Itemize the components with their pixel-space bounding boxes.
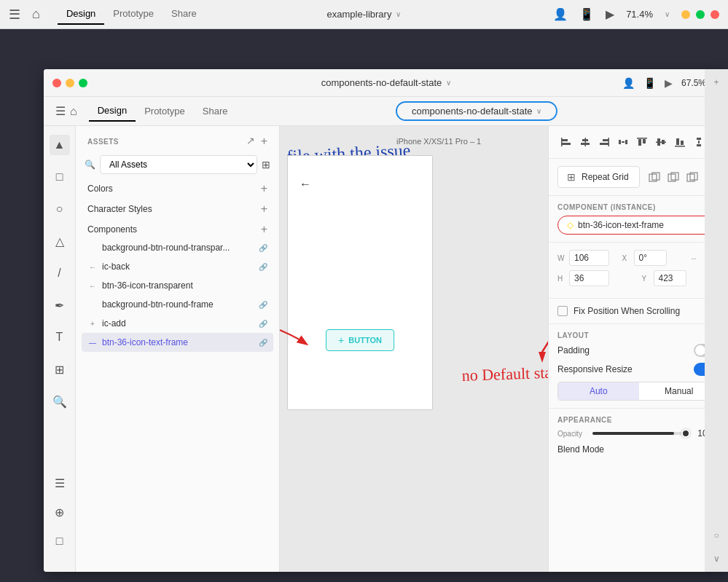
inner-user-icon[interactable]: 👤 <box>622 77 635 89</box>
fix-position-checkbox[interactable] <box>557 306 568 316</box>
inner-min-button[interactable] <box>66 79 74 87</box>
inner-zoom[interactable]: 67.5% <box>681 78 706 88</box>
edge-icon-2[interactable]: ○ <box>709 528 724 543</box>
main-canvas[interactable]: file with the issue iPhone X/XS/11 Pro –… <box>280 126 548 572</box>
comp-name-5: btn-36-icon-text-frame <box>102 337 188 347</box>
components-add-button[interactable]: + <box>261 224 267 235</box>
height-input[interactable] <box>569 270 609 286</box>
svg-rect-23 <box>697 138 701 140</box>
repeat-grid-row: ⊞ Repeat Grid <box>557 166 720 188</box>
comp-icon-4: + <box>87 318 98 329</box>
hamburger-icon[interactable]: ☰ <box>9 7 20 23</box>
instance-selector[interactable]: ◇ btn-36-icon-text-frame <box>557 216 720 235</box>
copy-btn-3[interactable] <box>684 168 701 186</box>
repeat-grid-button[interactable]: ⊞ Repeat Grid <box>557 166 640 188</box>
edge-icon-3[interactable]: ∨ <box>709 551 724 566</box>
grid-view-icon[interactable]: ⊞ <box>262 159 270 170</box>
select-tool[interactable]: ▲ <box>50 135 70 155</box>
copy-btn-2[interactable] <box>665 168 682 186</box>
char-styles-add-button[interactable]: + <box>261 203 267 215</box>
align-center-h-button[interactable] <box>576 133 594 151</box>
components-icon[interactable]: ⊕ <box>50 502 70 522</box>
tab-share-inner[interactable]: Share <box>194 101 237 121</box>
component-item-1[interactable]: ← ic-back 🔗 <box>82 257 273 276</box>
plugins-icon[interactable]: □ <box>50 531 70 551</box>
comp-icon-5: — <box>87 337 98 347</box>
project-chevron-outer[interactable]: ∨ <box>396 10 401 18</box>
play-icon-outer[interactable]: ▶ <box>606 7 614 21</box>
x-input[interactable] <box>634 250 667 266</box>
svg-marker-1 <box>539 352 546 363</box>
comp-link-4[interactable]: 🔗 <box>259 320 267 328</box>
inner-play-icon[interactable]: ▶ <box>665 77 673 89</box>
search-tool[interactable]: 🔍 <box>50 391 70 412</box>
distribute-h-button[interactable] <box>614 133 632 151</box>
close-button[interactable] <box>711 10 719 19</box>
component-item-4[interactable]: + ic-add 🔗 <box>82 314 273 333</box>
tab-share-outer[interactable]: Share <box>163 4 206 25</box>
comp-link-0[interactable]: 🔗 <box>259 244 267 252</box>
component-item-5[interactable]: — btn-36-icon-text-frame 🔗 <box>82 333 273 352</box>
inner-project-chevron[interactable]: ∨ <box>446 79 451 87</box>
comp-link-5[interactable]: 🔗 <box>259 339 267 347</box>
align-bottom-button[interactable] <box>671 133 689 151</box>
minimize-button[interactable] <box>681 10 690 19</box>
annotation-arrow-svg <box>498 272 548 381</box>
align-top-button[interactable] <box>633 133 651 151</box>
triangle-tool[interactable]: △ <box>50 231 70 251</box>
ellipse-tool[interactable]: ○ <box>50 199 70 219</box>
width-input[interactable] <box>569 250 609 266</box>
inner-close-button[interactable] <box>52 79 61 87</box>
comp-link-3[interactable]: 🔗 <box>259 301 267 309</box>
component-item-2[interactable]: ← btn-36-icon-transparent <box>82 276 273 295</box>
comp-link-1[interactable]: 🔗 <box>259 263 267 271</box>
user-icon-outer[interactable]: 👤 <box>553 7 568 21</box>
edge-icon-1[interactable]: + <box>709 75 724 90</box>
svg-rect-22 <box>675 146 685 147</box>
align-middle-button[interactable] <box>652 133 670 151</box>
add-asset-icon[interactable]: + <box>261 135 267 148</box>
zoom-level-outer[interactable]: 71.4% <box>626 9 653 20</box>
layers-icon[interactable]: ☰ <box>50 473 70 493</box>
text-tool[interactable]: T <box>50 327 70 347</box>
svg-rect-13 <box>622 141 625 143</box>
inner-max-button[interactable] <box>79 79 87 87</box>
copy-btn-1[interactable] <box>646 168 663 186</box>
flip-h-icon[interactable]: ↔ <box>686 251 701 265</box>
pen-tool[interactable]: ✒ <box>50 295 70 315</box>
svg-rect-14 <box>638 139 641 146</box>
maximize-button[interactable] <box>696 10 705 19</box>
tab-prototype-outer[interactable]: Prototype <box>104 4 163 25</box>
inner-device-icon[interactable]: 📱 <box>643 77 656 89</box>
x-label: X <box>622 254 631 262</box>
component-instance-section: COMPONENT (INSTANCE) ◇ btn-36-icon-text-… <box>549 196 728 243</box>
auto-button[interactable]: Auto <box>558 382 639 400</box>
opacity-knob[interactable] <box>681 429 690 438</box>
align-left-button[interactable] <box>557 133 575 151</box>
tab-design-inner[interactable]: Design <box>89 101 136 122</box>
w-label: W <box>557 254 566 262</box>
zoom-chevron-outer[interactable]: ∨ <box>665 10 670 18</box>
layout-section: LAYOUT Padding Responsive Resize <box>549 324 728 409</box>
tab-design-outer[interactable]: Design <box>58 4 104 25</box>
home-icon[interactable]: ⌂ <box>32 7 40 22</box>
line-tool[interactable]: / <box>50 263 70 283</box>
assets-filter-select[interactable]: All Assets <box>100 155 257 174</box>
artboard-tool[interactable]: ⊞ <box>50 359 70 380</box>
inner-home-icon[interactable]: ⌂ <box>70 105 77 118</box>
opacity-slider[interactable] <box>592 432 689 435</box>
opacity-label: Opacity <box>557 430 587 438</box>
export-icon[interactable]: ↗ <box>246 135 255 148</box>
component-item-3[interactable]: background-btn-round-frame 🔗 <box>82 295 273 314</box>
colors-add-button[interactable]: + <box>261 183 267 194</box>
component-item-0[interactable]: background-btn-round-transpar... 🔗 <box>82 238 273 257</box>
y-input[interactable] <box>654 270 686 286</box>
align-right-button[interactable] <box>595 133 613 151</box>
inner-win-controls <box>52 79 87 87</box>
button-element[interactable]: + BUTTON <box>326 329 394 351</box>
device-icon-outer[interactable]: 📱 <box>579 7 594 21</box>
fix-position-row: Fix Position When Scrolling <box>549 299 728 324</box>
rectangle-tool[interactable]: □ <box>50 167 70 187</box>
inner-hamburger-icon[interactable]: ☰ <box>55 104 66 118</box>
tab-prototype-inner[interactable]: Prototype <box>136 101 194 121</box>
